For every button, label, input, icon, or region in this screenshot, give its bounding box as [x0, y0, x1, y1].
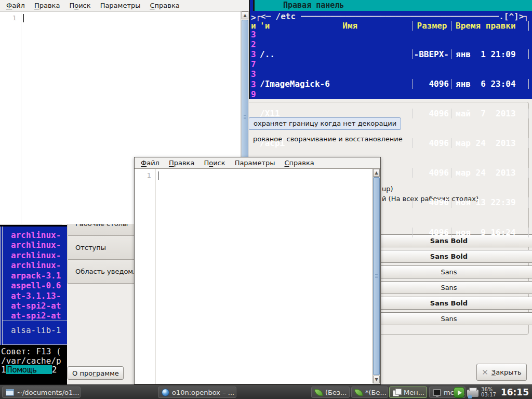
- frame-controls[interactable]: .[^]>┐: [499, 12, 529, 21]
- about-button[interactable]: О программе: [68, 366, 124, 380]
- file-item[interactable]: archlinux-: [11, 260, 61, 270]
- tray-printer-icon[interactable]: [467, 390, 478, 397]
- menu-options[interactable]: Параметры: [230, 157, 280, 168]
- mc-left-panel: archlinux- archlinux- archlinux- archlin…: [0, 227, 67, 345]
- mc-file-row[interactable]: /ImageMagick-64096янв 6 23:04: [256, 79, 529, 89]
- leafpad-window-2: Файл Правка Поиск Параметры Справка 1 ▲ …: [134, 157, 381, 384]
- file-item[interactable]: archlinux-: [11, 250, 61, 260]
- task-label: (Без...: [325, 389, 347, 396]
- about-button-label: О программе: [72, 369, 119, 377]
- panel-bottom-border: [2, 344, 67, 345]
- file-item[interactable]: at-3.1.13-: [11, 291, 61, 301]
- menu-search[interactable]: Поиск: [64, 0, 95, 11]
- task-leafpad-untitled[interactable]: (Без...: [311, 387, 350, 398]
- task-label: *(Бе...: [365, 389, 387, 396]
- task-label: ~/documents/o1...: [17, 389, 79, 396]
- line-number: 1: [0, 14, 17, 22]
- battery-time: 03:17: [481, 392, 496, 397]
- menu-edit[interactable]: Правка: [30, 0, 64, 11]
- globe-icon: [162, 389, 169, 396]
- close-x-icon: ✕: [482, 368, 488, 377]
- file-item[interactable]: aspell-0.6: [11, 281, 61, 290]
- gutter-separator: [155, 169, 156, 384]
- task-leafpad-modified[interactable]: *(Бе...: [351, 387, 388, 398]
- scroll-up-button[interactable]: ▲: [242, 11, 248, 19]
- gutter-separator: [21, 11, 21, 224]
- panel-border: [2, 227, 3, 345]
- text-caret: [23, 14, 24, 22]
- file-item[interactable]: arpack-3.1: [11, 271, 61, 281]
- menu-help[interactable]: Справка: [280, 157, 318, 168]
- vertical-scrollbar[interactable]: ▲ ▼: [372, 169, 380, 383]
- mc-right-window: Правая панель > и 3 2 3 7 3 3 9 ┌<─ /etc…: [249, 0, 532, 99]
- menu-file[interactable]: Файл: [136, 157, 164, 168]
- scroll-down-button[interactable]: ▼: [373, 376, 380, 383]
- task-o10n-openbox[interactable]: o10n:openbox – ...: [158, 387, 236, 398]
- fkey-help-button[interactable]: Помощь: [6, 365, 52, 374]
- mc-function-key-bar: 1 Помощь 2: [1, 365, 57, 374]
- leaf-icon: [314, 388, 323, 397]
- mc-file-row[interactable]: /acpi4096мар 24 2013: [256, 138, 529, 148]
- text-caret: [158, 171, 158, 180]
- close-button[interactable]: ✕ Закрыть: [476, 364, 527, 381]
- menu-edit[interactable]: Правка: [164, 157, 199, 168]
- task-documents[interactable]: ~/documents/o1...: [2, 387, 81, 398]
- line-number: 1: [135, 171, 151, 179]
- menu-help[interactable]: Справка: [145, 0, 184, 11]
- thumb-grip: [375, 274, 378, 278]
- menu-search[interactable]: Поиск: [199, 157, 230, 168]
- mc-hint-line: Совет: F13 (: [1, 347, 61, 356]
- mc-file-list: /..-ВВЕРХ-янв 1 21:09 /ImageMagick-64096…: [256, 30, 529, 99]
- close-button-label: Закрыть: [491, 368, 522, 376]
- file-item[interactable]: archlinux-: [11, 230, 61, 240]
- taskbar: ~/documents/o1... o10n:openbox – ... (Бе…: [0, 384, 532, 399]
- frame-line: ────────────────────────────────────────…: [301, 12, 499, 21]
- panel-separator: [2, 321, 67, 321]
- desktop: охраняет границу когда нет декорации ров…: [0, 0, 532, 399]
- menu-options[interactable]: Параметры: [96, 0, 145, 11]
- tray-play-icon[interactable]: [454, 387, 464, 398]
- taskbar-clock: 16:15: [499, 387, 531, 397]
- mc-terminal-window[interactable]: archlinux- archlinux- archlinux- archlin…: [0, 225, 67, 387]
- monitor-icon: [433, 389, 441, 396]
- fkey-1-number: 1: [1, 365, 6, 374]
- file-item[interactable]: archlinux-: [11, 240, 61, 250]
- system-tray: 36% 03:17 16:15: [454, 385, 531, 399]
- task-label: Мен...: [404, 389, 424, 396]
- mc-file-row[interactable]: /X114096май 7 2013: [256, 109, 529, 118]
- thumb-grip: [244, 115, 246, 119]
- text-editing-area[interactable]: 1: [135, 168, 380, 384]
- task-menu-active[interactable]: Мен...: [389, 387, 427, 398]
- battery-indicator: 36% 03:17: [481, 387, 496, 397]
- menubar: Файл Правка Поиск Параметры Справка: [135, 157, 380, 168]
- frame-path: ┌<─ /etc: [256, 12, 301, 21]
- scrollbar-thumb[interactable]: [373, 177, 380, 375]
- task-label: o10n:openbox – ...: [172, 389, 234, 396]
- mc-file-row[interactable]: /..-ВВЕРХ-янв 1 21:09: [256, 49, 529, 59]
- file-item[interactable]: at-spi2-at: [11, 311, 61, 321]
- window-icon: [6, 389, 14, 396]
- mc-hidden-panel-strip: > и 3 2 3 7 3 3 9: [251, 11, 256, 99]
- fkey-2-number: 2: [52, 365, 57, 374]
- scroll-up-button[interactable]: ▲: [373, 169, 380, 177]
- menubar: Файл Правка Поиск Параметры Справка: [0, 0, 249, 11]
- mc-menu-right-panel[interactable]: Правая панель: [253, 0, 532, 11]
- file-item[interactable]: at-spi2-at: [11, 301, 61, 311]
- leaf-icon: [354, 388, 363, 397]
- selected-file-status: alsa-lib-1: [11, 325, 61, 335]
- windows-icon: [393, 389, 401, 396]
- mc-panel-frame: ┌<─ /etc ───────────────────────────────…: [256, 12, 529, 21]
- menu-file[interactable]: Файл: [2, 0, 30, 11]
